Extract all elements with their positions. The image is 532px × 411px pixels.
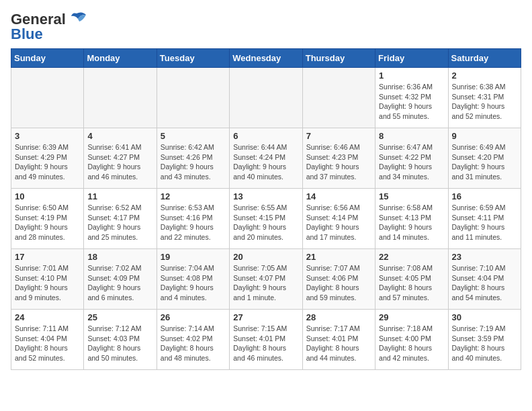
calendar-cell: 1Sunrise: 6:36 AM Sunset: 4:32 PM Daylig… [375,68,448,128]
weekday-header-thursday: Thursday [302,49,375,68]
day-number: 15 [379,191,444,201]
day-info: Sunrise: 6:59 AM Sunset: 4:11 PM Dayligh… [452,203,517,242]
day-info: Sunrise: 6:52 AM Sunset: 4:17 PM Dayligh… [87,203,152,242]
day-number: 1 [379,71,444,81]
calendar-cell: 9Sunrise: 6:49 AM Sunset: 4:20 PM Daylig… [448,128,521,189]
day-number: 5 [161,131,226,141]
day-info: Sunrise: 6:36 AM Sunset: 4:32 PM Dayligh… [379,82,444,122]
day-number: 24 [15,312,80,322]
calendar-week-1: 1Sunrise: 6:36 AM Sunset: 4:32 PM Daylig… [11,68,521,128]
calendar-cell [84,68,157,128]
calendar-cell: 10Sunrise: 6:50 AM Sunset: 4:19 PM Dayli… [11,189,84,249]
day-info: Sunrise: 7:05 AM Sunset: 4:07 PM Dayligh… [233,263,298,303]
weekday-header-wednesday: Wednesday [230,49,302,68]
calendar-cell: 20Sunrise: 7:05 AM Sunset: 4:07 PM Dayli… [230,249,302,310]
calendar-cell: 3Sunrise: 6:39 AM Sunset: 4:29 PM Daylig… [11,128,84,189]
day-number: 17 [15,252,80,262]
day-number: 10 [15,191,80,201]
calendar-week-4: 17Sunrise: 7:01 AM Sunset: 4:10 PM Dayli… [11,249,521,310]
day-number: 21 [306,252,371,262]
calendar-cell: 25Sunrise: 7:12 AM Sunset: 4:03 PM Dayli… [84,310,157,370]
day-number: 2 [452,71,517,81]
day-number: 7 [306,131,371,141]
day-info: Sunrise: 7:01 AM Sunset: 4:10 PM Dayligh… [15,263,80,303]
weekday-header-sunday: Sunday [11,49,84,68]
day-number: 6 [233,131,298,141]
day-info: Sunrise: 7:11 AM Sunset: 4:04 PM Dayligh… [15,324,80,363]
calendar-cell [157,68,229,128]
calendar-cell: 26Sunrise: 7:14 AM Sunset: 4:02 PM Dayli… [157,310,229,370]
calendar-cell: 17Sunrise: 7:01 AM Sunset: 4:10 PM Dayli… [11,249,84,310]
calendar-week-2: 3Sunrise: 6:39 AM Sunset: 4:29 PM Daylig… [11,128,521,189]
day-number: 25 [87,312,152,322]
day-info: Sunrise: 7:17 AM Sunset: 4:01 PM Dayligh… [306,324,371,363]
calendar-cell: 6Sunrise: 6:44 AM Sunset: 4:24 PM Daylig… [230,128,302,189]
calendar-cell: 5Sunrise: 6:42 AM Sunset: 4:26 PM Daylig… [157,128,229,189]
day-info: Sunrise: 6:56 AM Sunset: 4:14 PM Dayligh… [306,203,371,242]
day-number: 22 [379,252,444,262]
day-number: 14 [306,191,371,201]
day-number: 28 [306,312,371,322]
day-number: 30 [452,312,517,322]
day-number: 27 [233,312,298,322]
day-number: 18 [87,252,152,262]
day-number: 8 [379,131,444,141]
weekday-header-saturday: Saturday [448,49,521,68]
weekday-header-row: SundayMondayTuesdayWednesdayThursdayFrid… [11,49,521,68]
day-info: Sunrise: 6:53 AM Sunset: 4:16 PM Dayligh… [161,203,226,242]
calendar-cell: 14Sunrise: 6:56 AM Sunset: 4:14 PM Dayli… [302,189,375,249]
day-number: 19 [161,252,226,262]
day-number: 16 [452,191,517,201]
calendar-cell [302,68,375,128]
day-number: 4 [87,131,152,141]
calendar-cell: 13Sunrise: 6:55 AM Sunset: 4:15 PM Dayli… [230,189,302,249]
weekday-header-tuesday: Tuesday [157,49,229,68]
day-number: 23 [452,252,517,262]
day-info: Sunrise: 6:50 AM Sunset: 4:19 PM Dayligh… [15,203,80,242]
day-info: Sunrise: 7:10 AM Sunset: 4:04 PM Dayligh… [452,263,517,303]
logo: General Blue [11,11,87,43]
day-info: Sunrise: 6:42 AM Sunset: 4:26 PM Dayligh… [161,142,226,182]
day-info: Sunrise: 6:47 AM Sunset: 4:22 PM Dayligh… [379,142,444,182]
day-info: Sunrise: 6:38 AM Sunset: 4:31 PM Dayligh… [452,82,517,122]
day-info: Sunrise: 7:19 AM Sunset: 3:59 PM Dayligh… [452,324,517,363]
day-info: Sunrise: 6:49 AM Sunset: 4:20 PM Dayligh… [452,142,517,182]
day-number: 20 [233,252,298,262]
calendar-cell: 28Sunrise: 7:17 AM Sunset: 4:01 PM Dayli… [302,310,375,370]
calendar-cell: 8Sunrise: 6:47 AM Sunset: 4:22 PM Daylig… [375,128,448,189]
calendar-cell: 21Sunrise: 7:07 AM Sunset: 4:06 PM Dayli… [302,249,375,310]
calendar-cell: 12Sunrise: 6:53 AM Sunset: 4:16 PM Dayli… [157,189,229,249]
calendar-cell: 7Sunrise: 6:46 AM Sunset: 4:23 PM Daylig… [302,128,375,189]
logo-blue-text: Blue [11,26,43,43]
calendar-cell: 2Sunrise: 6:38 AM Sunset: 4:31 PM Daylig… [448,68,521,128]
day-info: Sunrise: 7:04 AM Sunset: 4:08 PM Dayligh… [161,263,226,303]
day-info: Sunrise: 7:12 AM Sunset: 4:03 PM Dayligh… [87,324,152,363]
day-number: 9 [452,131,517,141]
weekday-header-friday: Friday [375,49,448,68]
day-info: Sunrise: 7:14 AM Sunset: 4:02 PM Dayligh… [161,324,226,363]
calendar-table: SundayMondayTuesdayWednesdayThursdayFrid… [11,48,521,370]
calendar-cell: 27Sunrise: 7:15 AM Sunset: 4:01 PM Dayli… [230,310,302,370]
calendar-cell: 18Sunrise: 7:02 AM Sunset: 4:09 PM Dayli… [84,249,157,310]
weekday-header-monday: Monday [84,49,157,68]
calendar-cell: 24Sunrise: 7:11 AM Sunset: 4:04 PM Dayli… [11,310,84,370]
day-number: 12 [161,191,226,201]
day-info: Sunrise: 6:44 AM Sunset: 4:24 PM Dayligh… [233,142,298,182]
day-info: Sunrise: 6:55 AM Sunset: 4:15 PM Dayligh… [233,203,298,242]
calendar-cell: 4Sunrise: 6:41 AM Sunset: 4:27 PM Daylig… [84,128,157,189]
calendar-cell: 23Sunrise: 7:10 AM Sunset: 4:04 PM Dayli… [448,249,521,310]
calendar-cell: 11Sunrise: 6:52 AM Sunset: 4:17 PM Dayli… [84,189,157,249]
calendar-cell: 16Sunrise: 6:59 AM Sunset: 4:11 PM Dayli… [448,189,521,249]
calendar-cell [11,68,84,128]
calendar-cell [230,68,302,128]
day-info: Sunrise: 6:58 AM Sunset: 4:13 PM Dayligh… [379,203,444,242]
calendar-cell: 29Sunrise: 7:18 AM Sunset: 4:00 PM Dayli… [375,310,448,370]
logo-bird-icon [66,11,87,28]
day-info: Sunrise: 7:02 AM Sunset: 4:09 PM Dayligh… [87,263,152,303]
calendar-week-5: 24Sunrise: 7:11 AM Sunset: 4:04 PM Dayli… [11,310,521,370]
calendar-cell: 22Sunrise: 7:08 AM Sunset: 4:05 PM Dayli… [375,249,448,310]
calendar-cell: 19Sunrise: 7:04 AM Sunset: 4:08 PM Dayli… [157,249,229,310]
day-number: 11 [87,191,152,201]
day-info: Sunrise: 6:41 AM Sunset: 4:27 PM Dayligh… [87,142,152,182]
day-number: 29 [379,312,444,322]
